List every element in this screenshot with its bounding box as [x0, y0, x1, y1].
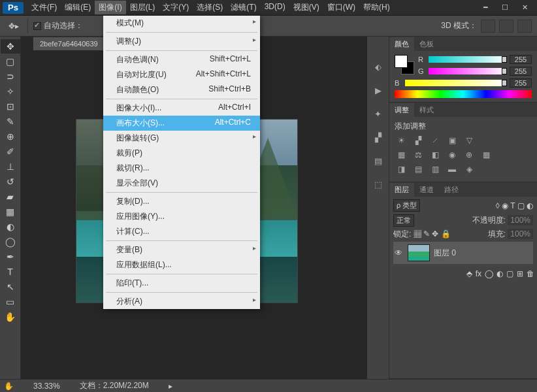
transform-icon[interactable]: ⬚: [369, 176, 387, 192]
move-tool-icon[interactable]: ✥▸: [5, 19, 22, 33]
layer-kind-select[interactable]: ρ 类型: [393, 199, 420, 212]
r-slider[interactable]: [429, 56, 507, 63]
maximize-button[interactable]: ☐: [495, 2, 515, 14]
layer-name[interactable]: 图层 0: [434, 248, 456, 259]
menu-选择[interactable]: 选择(S): [193, 1, 227, 14]
menu-滤镜[interactable]: 滤镜(T): [227, 1, 260, 14]
selective-icon[interactable]: ◈: [463, 163, 476, 175]
tab-adjustments[interactable]: 调整: [389, 103, 414, 117]
folder-icon[interactable]: ▢: [506, 269, 513, 278]
collapse-icon[interactable]: ⬖: [369, 59, 387, 74]
marquee-tool[interactable]: ▢: [1, 54, 20, 69]
minimize-button[interactable]: ━: [476, 2, 495, 14]
vibrance-icon[interactable]: ▽: [463, 135, 476, 146]
menu-item[interactable]: 裁切(R)...: [103, 161, 260, 176]
type-tool[interactable]: T: [1, 265, 20, 279]
photo-filter-icon[interactable]: ◉: [446, 149, 459, 161]
tab-swatches[interactable]: 色板: [414, 37, 439, 51]
menu-图层[interactable]: 图层(L): [126, 1, 159, 14]
blur-tool[interactable]: ◐: [1, 220, 20, 234]
brush-tool[interactable]: ✐: [1, 144, 20, 159]
menu-item[interactable]: 陷印(T)...: [103, 276, 260, 291]
trash-icon[interactable]: 🗑: [527, 269, 534, 278]
layers-strip-icon[interactable]: ▤: [369, 153, 387, 169]
tab-styles[interactable]: 样式: [414, 103, 439, 117]
lasso-tool[interactable]: ⊃: [1, 69, 20, 84]
3d-icon-2[interactable]: [499, 20, 513, 33]
b-slider[interactable]: [405, 80, 507, 86]
bw-icon[interactable]: ◧: [429, 149, 442, 161]
invert-icon[interactable]: ◨: [395, 163, 408, 175]
tab-channels[interactable]: 通道: [414, 183, 439, 197]
zoom-level[interactable]: 33.33%: [33, 382, 60, 391]
menu-item[interactable]: 自动颜色(O)Shift+Ctrl+B: [103, 82, 260, 97]
g-slider[interactable]: [429, 68, 507, 74]
menu-帮助[interactable]: 帮助(H): [359, 1, 394, 14]
menu-3D[interactable]: 3D(D): [261, 1, 289, 14]
poster-icon[interactable]: ▤: [412, 163, 425, 175]
eyedropper-tool[interactable]: ✎: [1, 114, 20, 129]
opacity-value[interactable]: 100%: [508, 215, 533, 225]
mask-icon[interactable]: ◯: [485, 269, 493, 278]
crop-tool[interactable]: ⊡: [1, 99, 20, 114]
menu-item[interactable]: 模式(M): [103, 16, 260, 31]
menu-窗口[interactable]: 窗口(W): [323, 1, 359, 14]
gradient-map-icon[interactable]: ▬: [446, 163, 459, 175]
3d-icon-1[interactable]: [481, 20, 495, 33]
menu-item[interactable]: 自动对比度(U)Alt+Shift+Ctrl+L: [103, 67, 260, 82]
close-button[interactable]: ✕: [515, 2, 534, 14]
b-input[interactable]: [510, 78, 532, 88]
lut-icon[interactable]: ▦: [480, 149, 493, 161]
menu-图像[interactable]: 图像(I): [95, 1, 125, 14]
3d-icon-3[interactable]: [517, 20, 532, 33]
compass-icon[interactable]: ✦: [369, 106, 387, 122]
hue-icon[interactable]: ▦: [395, 149, 408, 161]
brightness-icon[interactable]: ☀: [395, 135, 408, 146]
menu-item[interactable]: 画布大小(S)...Alt+Ctrl+C: [103, 116, 260, 131]
fg-bg-swatch[interactable]: [395, 55, 414, 74]
layer-thumbnail[interactable]: [408, 244, 430, 261]
wand-tool[interactable]: ✧: [1, 84, 20, 99]
dodge-tool[interactable]: ◯: [1, 235, 20, 249]
fx-icon[interactable]: fx: [476, 269, 481, 278]
menu-item[interactable]: 计算(C)...: [103, 224, 260, 239]
stamp-tool[interactable]: ⊥: [1, 159, 20, 174]
menu-item[interactable]: 复制(D)...: [103, 194, 260, 209]
r-input[interactable]: [510, 55, 532, 64]
auto-select-checkbox[interactable]: 自动选择：: [33, 20, 83, 31]
menu-视图[interactable]: 视图(V): [289, 1, 323, 14]
pen-tool[interactable]: ✒: [1, 250, 20, 264]
move-tool[interactable]: ✥: [1, 39, 20, 54]
adj-layer-icon[interactable]: ◐: [496, 269, 503, 278]
menu-item[interactable]: 图像大小(I)...Alt+Ctrl+I: [103, 101, 260, 116]
history-brush-tool[interactable]: ↺: [1, 174, 20, 189]
menu-item[interactable]: 图像旋转(G): [103, 131, 260, 146]
eraser-tool[interactable]: ▰: [1, 189, 20, 204]
new-layer-icon[interactable]: ⊞: [517, 269, 523, 278]
heal-tool[interactable]: ⊕: [1, 129, 20, 144]
gradient-tool[interactable]: ▦: [1, 204, 20, 219]
menu-文字[interactable]: 文字(Y): [159, 1, 193, 14]
path-tool[interactable]: ↖: [1, 280, 20, 294]
menu-item[interactable]: 显示全部(V): [103, 176, 260, 191]
menu-item[interactable]: 分析(A): [103, 294, 260, 309]
hand-tool[interactable]: ✋: [1, 310, 20, 324]
visibility-icon[interactable]: 👁: [395, 248, 404, 257]
menu-item[interactable]: 变量(B): [103, 242, 260, 257]
tab-layers[interactable]: 图层: [389, 183, 414, 197]
fill-value[interactable]: 100%: [508, 229, 533, 239]
spectrum[interactable]: [395, 90, 532, 98]
exposure-icon[interactable]: ▣: [446, 135, 459, 146]
mixer-icon[interactable]: ⊕: [463, 149, 476, 161]
balance-icon[interactable]: ⚖: [412, 149, 425, 161]
menu-item[interactable]: 应用数据组(L)...: [103, 257, 260, 272]
tab-paths[interactable]: 路径: [439, 183, 464, 197]
hand-small-icon[interactable]: ✋: [4, 382, 14, 391]
g-input[interactable]: [510, 67, 532, 76]
threshold-icon[interactable]: ▥: [429, 163, 442, 175]
doc-info[interactable]: 文档：2.20M/2.20M: [80, 380, 149, 391]
layer-row[interactable]: 👁 图层 0: [393, 242, 533, 264]
shape-tool[interactable]: ▭: [1, 295, 20, 309]
curves-icon[interactable]: ⟋: [429, 135, 442, 146]
menu-item[interactable]: 裁剪(P): [103, 146, 260, 161]
